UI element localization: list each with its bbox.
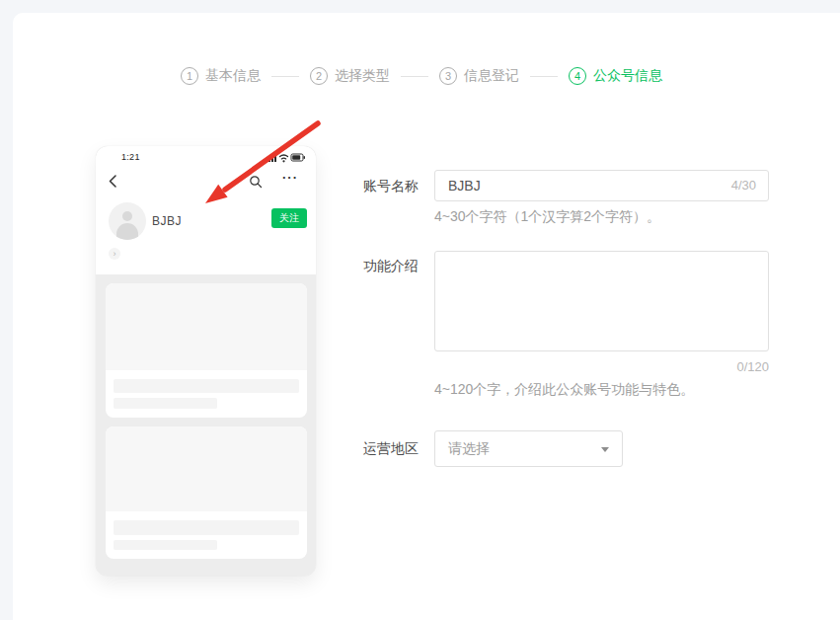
text-line-placeholder (114, 379, 299, 393)
region-select-placeholder: 请选择 (448, 440, 490, 458)
avatar person-icon (109, 202, 146, 240)
stepper-connector (401, 76, 428, 77)
expand-chevron-icon[interactable]: › (109, 248, 120, 260)
article-card (106, 426, 307, 559)
step-info-registration: 3 信息登记 (439, 67, 519, 85)
step-choose-type: 2 选择类型 (310, 67, 390, 85)
registration-page: 1 基本信息 2 选择类型 3 信息登记 4 公众号信息 1:21 (0, 0, 840, 620)
account-name-helper: 4~30个字符（1个汉字算2个字符）。 (434, 208, 660, 226)
account-name-field-wrap: 4/30 (434, 170, 769, 201)
account-name-input[interactable] (434, 170, 769, 201)
wifi-icon (280, 155, 288, 159)
signal-icon (266, 154, 276, 163)
text-line-placeholder (114, 520, 299, 535)
step-label: 公众号信息 (593, 67, 662, 85)
intro-helper: 4~120个字，介绍此公众账号功能与特色。 (434, 381, 694, 399)
step-label: 信息登记 (464, 67, 519, 85)
step-label: 基本信息 (205, 67, 261, 85)
step-number-badge: 1 (181, 67, 198, 85)
step-official-account-info: 4 公众号信息 (569, 67, 662, 85)
battery-icon (291, 154, 305, 161)
back-chevron-icon[interactable] (109, 175, 116, 188)
media-placeholder (106, 426, 307, 511)
account-name-counter: 4/30 (731, 178, 756, 193)
intro-field-wrap (434, 251, 769, 351)
account-name-label: 账号名称 (363, 178, 419, 195)
preview-account-name: BJBJ (152, 214, 182, 228)
intro-counter: 0/120 (434, 359, 769, 374)
chevron-down-icon (601, 447, 609, 452)
media-placeholder (106, 283, 307, 370)
step-number-badge: 4 (569, 67, 586, 85)
stepper-connector (530, 76, 558, 77)
stepper-connector (271, 76, 299, 77)
text-line-placeholder (114, 398, 217, 409)
follow-button[interactable]: 关注 (271, 208, 307, 228)
intro-label: 功能介绍 (363, 258, 419, 275)
region-label: 运营地区 (363, 440, 419, 458)
text-line-placeholder (114, 540, 217, 550)
registration-stepper: 1 基本信息 2 选择类型 3 信息登记 4 公众号信息 (181, 67, 662, 85)
step-number-badge: 2 (310, 67, 328, 85)
more-icon[interactable]: ··· (282, 170, 298, 185)
status-time: 1:21 (121, 152, 140, 162)
intro-textarea[interactable] (434, 251, 769, 351)
status-icons (266, 152, 305, 163)
step-label: 选择类型 (335, 67, 390, 85)
feed-background (96, 274, 316, 576)
article-card (106, 283, 307, 418)
step-basic-info: 1 基本信息 (181, 67, 261, 85)
region-select[interactable]: 请选择 (434, 430, 623, 467)
search-icon[interactable] (249, 175, 263, 189)
step-number-badge: 3 (439, 67, 457, 85)
phone-preview: 1:21 ··· (96, 146, 316, 576)
